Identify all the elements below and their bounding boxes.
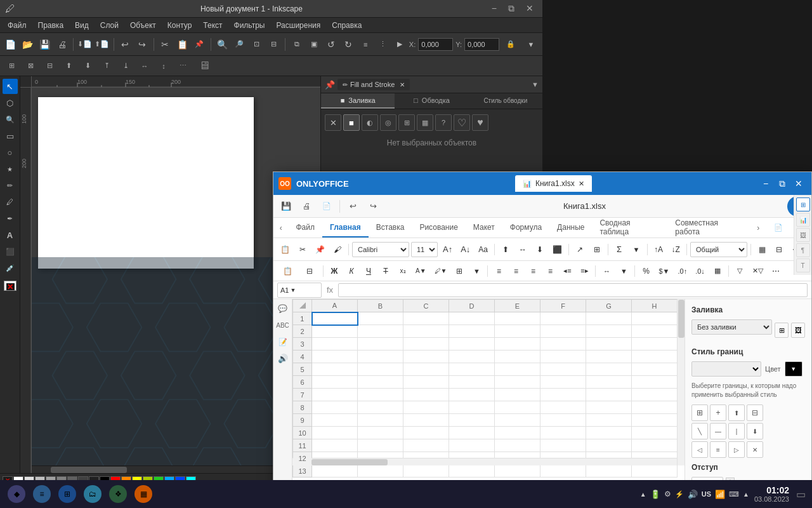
cell-d6[interactable] [449,376,495,389]
fmt-decimal-dec-btn[interactable]: .0↓ [692,264,708,279]
tray-keyboard-icon[interactable]: US [702,490,711,498]
tray-volume-icon[interactable]: 🔊 [688,490,698,499]
fmt-paste2-btn[interactable]: 📋 [277,264,298,279]
cell-f5[interactable] [540,363,586,376]
fill-linear-btn[interactable]: ◐ [362,114,378,131]
cell-b9[interactable] [358,414,403,427]
menu-text[interactable]: Текст [198,20,227,31]
ribbon-tab-pivot[interactable]: Сводная таблица [592,218,667,237]
cell-f7[interactable] [540,389,586,401]
tb-zoom-fit[interactable]: ⊡ [249,36,265,53]
fmt-decimal-inc-btn[interactable]: .0↑ [675,264,691,279]
cell-h13[interactable] [632,465,678,478]
cell-b4[interactable] [358,351,403,363]
fmt-wrap-btn[interactable]: ⊞ [589,242,605,257]
fill-none-btn[interactable]: ✕ [325,114,341,131]
cell-g2[interactable] [586,325,632,338]
cell-d11[interactable] [449,439,495,452]
tab-stroke-color[interactable]: □ Обводка [395,93,468,109]
cell-e10[interactable] [495,427,540,439]
ribbon-tab-layout[interactable]: Макет [466,218,502,237]
fmt-font-decr-btn[interactable]: A↓ [457,242,473,257]
cell-h4[interactable] [632,351,678,363]
ribbon-tab-collab[interactable]: Совместная работа [667,218,750,237]
cell-d1[interactable] [449,312,495,325]
tool-circle[interactable]: ○ [3,145,18,160]
menu-layer[interactable]: Слой [95,20,124,31]
cell-g1[interactable] [586,312,632,325]
cell-h10[interactable] [632,427,678,439]
fill-pattern-btn[interactable]: ⊞ [398,114,415,131]
font-name-select[interactable]: Calibri [352,242,409,257]
tb-zoom-sel[interactable]: ⊟ [266,36,282,53]
font-size-select[interactable]: 11 [411,242,438,257]
panel-pin-btn[interactable]: 📌 [325,80,335,90]
fill-type-select[interactable]: Без заливки [691,319,772,335]
taskbar-network-btn[interactable]: ≡ [30,483,53,505]
tb-save[interactable]: 💾 [37,36,53,53]
sidebar-spell-btn[interactable]: 📝 [276,335,290,349]
oo-redo-btn[interactable]: ↪ [364,197,382,215]
border-mid-btn[interactable]: ≡ [710,441,726,458]
cell-b7[interactable] [358,389,403,401]
h-scrollbar-thumb[interactable] [51,467,127,473]
border-inner-btn[interactable]: + [710,404,726,421]
tb-lock-aspect[interactable]: 🔒 [502,36,520,53]
ribbon-tab-insert[interactable]: Вставка [369,218,412,237]
tool-pencil[interactable]: ✏ [3,178,18,193]
border-color-box[interactable]: ▼ [785,361,802,377]
ribbon-tab-home[interactable]: Главная [322,218,369,237]
tb-export[interactable]: ⬆📄 [94,36,110,53]
cell-d5[interactable] [449,363,495,376]
border-inner-h-btn[interactable]: — [710,423,726,439]
cell-c3[interactable] [403,338,449,351]
cell-h3[interactable] [632,338,678,351]
tool-node[interactable]: ⬡ [3,95,18,110]
cell-h6[interactable] [632,376,678,389]
cell-f11[interactable] [540,439,586,452]
show-desktop-btn[interactable]: ▭ [794,483,807,505]
cell-g4[interactable] [586,351,632,363]
inkscape-minimize[interactable]: − [488,2,501,15]
tb-select-all[interactable]: ⊞ [3,57,20,75]
fmt-merge-btn[interactable]: ↔ [599,264,614,279]
fmt-align-top-btn[interactable]: ⬆ [498,242,513,257]
oo-minimize-btn[interactable]: − [758,176,773,191]
oo-file-tab-active[interactable]: 📊 Книга1.xlsx ✕ [515,175,592,192]
cell-e9[interactable] [495,414,540,427]
tb-rotate-r[interactable]: ↻ [340,36,356,53]
cell-h8[interactable] [632,401,678,414]
tool-zoom[interactable]: 🔍 [3,112,18,127]
col-header-e[interactable]: E [495,300,540,312]
tb-monitor[interactable]: 🖥 [195,57,213,75]
cell-c6[interactable] [403,376,449,389]
col-header-d[interactable]: D [449,300,495,312]
fmt-indent-inc-btn[interactable]: ≡▸ [577,264,592,279]
col-header-h[interactable]: H [632,300,678,312]
cell-b5[interactable] [358,363,403,376]
tb-flip-v[interactable]: ↕ [155,57,173,75]
fmt-align-right-btn[interactable]: ≡ [525,264,540,279]
col-header-c[interactable]: C [403,300,449,312]
tab-fill[interactable]: ■ Заливка [321,93,395,109]
taskbar-layers-btn[interactable]: ❖ [107,483,129,505]
col-header-f[interactable]: F [540,300,586,312]
oo-maximize-btn[interactable]: ⧉ [775,176,790,191]
cell-e3[interactable] [495,338,540,351]
oo-save-btn[interactable]: 💾 [277,197,295,215]
ribbon-tab-draw[interactable]: Рисование [412,218,465,237]
oo-close-btn[interactable]: ✕ [791,176,806,191]
inkscape-close[interactable]: ✕ [522,2,537,15]
panel-tab-fill-stroke[interactable]: ✏ Fill and Stroke ✕ [337,79,410,90]
fmt-change-case-btn[interactable]: Aa [475,242,491,257]
grid-scrollbar-h[interactable] [292,458,677,465]
cell-b1[interactable] [358,312,403,325]
cell-f1[interactable] [540,312,586,325]
grid-scrollbar-v[interactable] [677,299,684,465]
cell-h7[interactable] [632,389,678,401]
tb-zoom-in[interactable]: 🔍 [214,36,230,53]
cell-c8[interactable] [403,401,449,414]
fmt-cond-format-btn[interactable]: ⊟ [771,242,787,257]
taskbar-onlyoffice-btn[interactable]: ▦ [132,483,155,505]
cell-f4[interactable] [540,351,586,363]
